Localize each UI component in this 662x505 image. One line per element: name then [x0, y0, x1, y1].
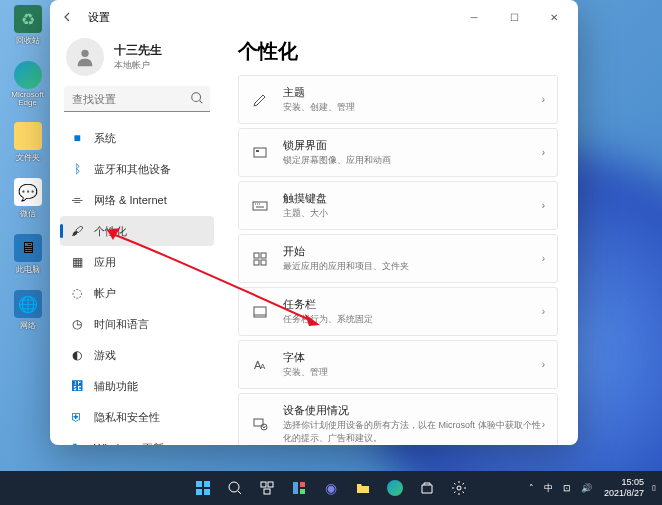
clock-date: 2021/8/27: [604, 488, 644, 499]
tray-chevron-up-icon[interactable]: ˄: [527, 481, 536, 495]
option-lock-screen[interactable]: 锁屏界面锁定屏幕图像、应用和动画 ›: [238, 128, 558, 177]
taskbar: ◉ ˄ 中 ⊡ 🔊 15:05 2021/8/27 ▯: [0, 471, 662, 505]
sidebar-item-apps[interactable]: ▦应用: [60, 247, 214, 277]
desktop-icon-edge[interactable]: Microsoft Edge: [5, 61, 50, 107]
store-button[interactable]: [412, 473, 442, 503]
svg-rect-12: [254, 260, 259, 265]
sidebar-item-network[interactable]: ⌯网络 & Internet: [60, 185, 214, 215]
sidebar-item-personalization[interactable]: 🖌个性化: [60, 216, 214, 246]
svg-rect-10: [254, 253, 259, 258]
chevron-right-icon: ›: [542, 94, 545, 105]
sidebar-item-bluetooth[interactable]: ᛒ蓝牙和其他设备: [60, 154, 214, 184]
option-subtitle: 安装、创建、管理: [283, 101, 542, 114]
chevron-right-icon: ›: [542, 359, 545, 370]
nav-list: ■系统 ᛒ蓝牙和其他设备 ⌯网络 & Internet 🖌个性化 ▦应用 ◌帐户…: [58, 122, 216, 445]
settings-button[interactable]: [444, 473, 474, 503]
pen-icon: [251, 91, 269, 109]
system-tray: ˄ 中 ⊡ 🔊 15:05 2021/8/27 ▯: [527, 477, 658, 499]
maximize-button[interactable]: ☐: [494, 2, 534, 32]
svg-rect-4: [256, 150, 259, 152]
svg-rect-22: [196, 489, 202, 495]
desktop-icon-label: 网络: [20, 320, 36, 331]
folder-icon: [14, 122, 42, 150]
page-title: 个性化: [238, 38, 558, 65]
back-button[interactable]: [54, 3, 82, 31]
svg-rect-21: [204, 481, 210, 487]
desktop-icon-recycle-bin[interactable]: ♻ 回收站: [5, 5, 50, 46]
sidebar-item-system[interactable]: ■系统: [60, 123, 214, 153]
accessibility-icon: ὞: [70, 379, 84, 393]
desktop-icon-this-pc[interactable]: 🖥 此电脑: [5, 234, 50, 275]
this-pc-icon: 🖥: [14, 234, 42, 262]
ime-indicator[interactable]: 中: [542, 480, 555, 497]
titlebar: 设置 ─ ☐ ✕: [50, 0, 578, 34]
svg-rect-26: [261, 482, 266, 487]
option-touch-keyboard[interactable]: 触摸键盘主题、大小 ›: [238, 181, 558, 230]
task-view-button[interactable]: [252, 473, 282, 503]
sidebar-item-accessibility[interactable]: ὞辅助功能: [60, 371, 214, 401]
desktop-icon-folder[interactable]: 文件夹: [5, 122, 50, 163]
option-device-usage[interactable]: 设备使用情况选择你计划使用设备的所有方法，以在 Microsoft 体验中获取个…: [238, 393, 558, 445]
sidebar-item-accounts[interactable]: ◌帐户: [60, 278, 214, 308]
volume-tray-icon[interactable]: 🔊: [579, 481, 594, 495]
bluetooth-icon: ᛒ: [70, 162, 84, 176]
chat-button[interactable]: ◉: [316, 473, 346, 503]
window-body: 十三先生 本地帐户 ■系统 ᛒ蓝牙和其他设备 ⌯网络 & Internet 🖌个…: [50, 34, 578, 445]
sidebar-item-label: 时间和语言: [94, 317, 149, 332]
apps-icon: ▦: [70, 255, 84, 269]
chevron-right-icon: ›: [542, 253, 545, 264]
sidebar-item-label: 游戏: [94, 348, 116, 363]
svg-rect-5: [253, 202, 267, 210]
start-icon: [251, 250, 269, 268]
taskbar-search-button[interactable]: [220, 473, 250, 503]
edge-button[interactable]: [380, 473, 410, 503]
clock[interactable]: 15:05 2021/8/27: [604, 477, 644, 499]
sidebar-item-windows-update[interactable]: ↻Windows 更新: [60, 433, 214, 445]
option-title: 字体: [283, 350, 542, 365]
desktop-icon-wechat[interactable]: 💬 微信: [5, 178, 50, 219]
option-title: 设备使用情况: [283, 403, 542, 418]
sidebar: 十三先生 本地帐户 ■系统 ᛒ蓝牙和其他设备 ⌯网络 & Internet 🖌个…: [50, 34, 220, 445]
sidebar-item-privacy[interactable]: ⛨隐私和安全性: [60, 402, 214, 432]
paint-icon: 🖌: [70, 224, 84, 238]
svg-rect-23: [204, 489, 210, 495]
sidebar-item-gaming[interactable]: ◐游戏: [60, 340, 214, 370]
svg-text:A: A: [260, 362, 266, 371]
sidebar-item-time-language[interactable]: ◷时间和语言: [60, 309, 214, 339]
network-tray-icon[interactable]: ⊡: [561, 481, 573, 495]
option-title: 主题: [283, 85, 542, 100]
close-button[interactable]: ✕: [534, 2, 574, 32]
svg-rect-28: [264, 489, 270, 494]
option-title: 开始: [283, 244, 542, 259]
user-icon: [74, 46, 96, 68]
window-title: 设置: [88, 10, 454, 25]
update-icon: ↻: [70, 441, 84, 445]
svg-rect-30: [300, 482, 305, 487]
option-fonts[interactable]: AA 字体安装、管理 ›: [238, 340, 558, 389]
svg-point-0: [81, 50, 88, 57]
option-subtitle: 任务栏行为、系统固定: [283, 313, 542, 326]
desktop-icon-network[interactable]: 🌐 网络: [5, 290, 50, 331]
option-taskbar[interactable]: 任务栏任务栏行为、系统固定 ›: [238, 287, 558, 336]
user-block[interactable]: 十三先生 本地帐户: [58, 34, 216, 86]
widgets-button[interactable]: [284, 473, 314, 503]
option-subtitle: 主题、大小: [283, 207, 542, 220]
search-icon: [190, 91, 204, 105]
option-themes[interactable]: 主题安装、创建、管理 ›: [238, 75, 558, 124]
gaming-icon: ◐: [70, 348, 84, 362]
svg-point-32: [457, 486, 461, 490]
chevron-right-icon: ›: [542, 306, 545, 317]
desktop-icon-label: Microsoft Edge: [5, 91, 50, 107]
wechat-icon: 💬: [14, 178, 42, 206]
desktop-icon-label: 回收站: [16, 35, 40, 46]
notifications-button[interactable]: ▯: [650, 482, 658, 494]
minimize-button[interactable]: ─: [454, 2, 494, 32]
option-start[interactable]: 开始最近应用的应用和项目、文件夹 ›: [238, 234, 558, 283]
keyboard-icon: [251, 197, 269, 215]
svg-rect-13: [261, 260, 266, 265]
search-input[interactable]: [64, 86, 210, 112]
clock-icon: ◷: [70, 317, 84, 331]
file-explorer-button[interactable]: [348, 473, 378, 503]
chevron-right-icon: ›: [542, 200, 545, 211]
start-button[interactable]: [188, 473, 218, 503]
